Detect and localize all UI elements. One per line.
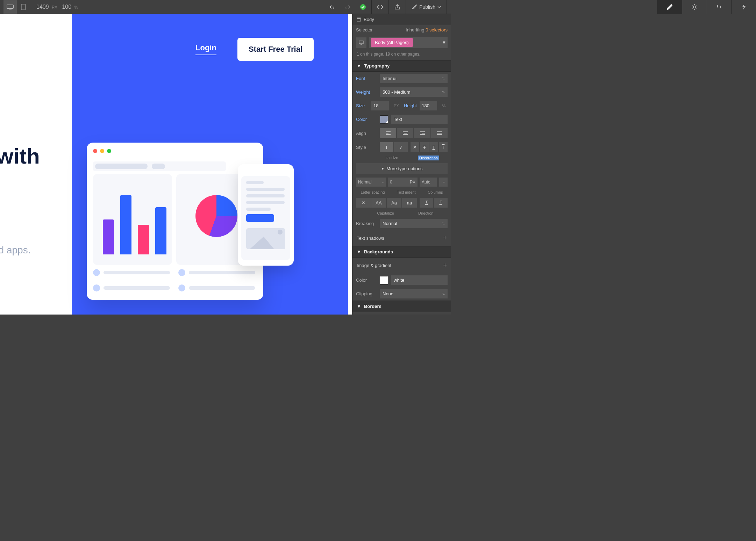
text-shadows-label: Text shadows [357,236,384,241]
italicize-sublabel: Italicize [385,156,398,160]
lowercase-button[interactable]: aa [402,198,417,208]
selector-count-note: 1 on this page, 19 on other pages. [352,50,451,60]
lineheight-input[interactable] [420,101,437,110]
svg-point-3 [23,8,24,9]
size-input[interactable] [371,101,389,110]
weight-label: Weight [356,89,377,95]
align-justify-button[interactable] [431,128,448,138]
capitalize-none-button[interactable]: ✕ [356,198,371,208]
clipping-label: Clipping [356,291,377,296]
selector-type-button[interactable] [356,37,366,48]
login-link[interactable]: Login [195,43,216,55]
svg-point-4 [360,4,366,10]
uppercase-button[interactable]: AA [371,198,386,208]
color-swatch[interactable] [380,115,388,124]
borders-section[interactable]: ▼Borders [352,301,451,312]
publish-button[interactable]: Publish [407,4,446,10]
select-caret-icon: ⇅ [442,90,445,94]
hero-subhead: nd apps. [0,245,30,256]
breaking-label: Breaking [356,221,377,226]
chevron-down-icon: ▼ [357,63,361,68]
phone-illustration [238,164,294,266]
color-label: Color [356,117,377,122]
align-left-button[interactable] [380,128,396,138]
decoration-sublabel: Decoration [418,156,439,160]
selector-label: Selector [356,27,373,33]
columns-input[interactable]: Auto [420,178,437,187]
decoration-none-button[interactable]: ✕ [411,142,419,152]
breaking-select[interactable]: Normal ⇅ [380,219,448,228]
code-button[interactable] [372,0,388,14]
bg-color-swatch[interactable] [380,276,388,284]
svg-rect-8 [359,41,363,44]
window-dots [93,149,111,153]
textindent-input[interactable]: 0PX [388,178,418,187]
align-center-button[interactable] [397,128,413,138]
select-caret-icon: ⇅ [442,77,445,80]
underline-button[interactable]: T [429,142,438,152]
style-panel: Body Selector Inheriting 0 selectors Bod… [352,14,451,315]
add-shadow-button[interactable]: + [443,235,447,242]
strikethrough-button[interactable]: T [420,142,429,152]
color-input[interactable]: Text [391,115,448,124]
status-ok-icon[interactable] [355,0,371,14]
chevron-down-icon: ▼ [442,40,446,45]
align-label: Align [356,131,377,136]
add-bg-image-button[interactable]: + [443,262,447,269]
style-label: Style [356,145,377,150]
backgrounds-section[interactable]: ▼Backgrounds [352,246,451,258]
chevron-down-icon [437,6,441,8]
bg-color-label: Color [356,277,377,283]
svg-rect-9 [361,44,362,45]
hero-headline: with [0,143,40,169]
weight-select[interactable]: 500 - Medium ⇅ [380,87,448,97]
canvas-dimensions: 1409 PX 100 % [36,4,78,10]
font-label: Font [356,76,377,81]
rocket-icon [412,5,417,9]
canvas-zoom[interactable]: 100 [62,4,71,10]
page-body[interactable]: Login Start Free Trial with nd apps. [0,14,352,315]
svg-rect-7 [357,18,361,19]
undo-button[interactable] [324,0,340,14]
size-label: Size [356,103,369,108]
italic-off-button[interactable]: I [380,142,393,152]
more-type-options-toggle[interactable]: ▼ More type options [356,163,448,174]
columns-more-button[interactable]: ⋯ [439,178,448,187]
start-trial-button[interactable]: Start Free Trial [237,38,314,61]
breadcrumb[interactable]: Body [352,14,451,25]
typography-section[interactable]: ▼ Typography [352,60,451,72]
device-desktop-button[interactable] [3,0,17,14]
body-icon [357,17,361,22]
device-tablet-button[interactable] [17,0,30,14]
selector-dropdown[interactable]: Body (All Pages) ▼ [369,37,448,48]
design-canvas[interactable]: Login Start Free Trial with nd apps. [0,14,352,315]
inheriting-link[interactable]: 0 selectors [426,27,448,33]
pie-chart-icon [195,195,237,237]
letterspacing-input[interactable]: Normal- [356,178,386,187]
font-select[interactable]: Inter ui ⇅ [380,74,448,83]
redo-button[interactable] [340,0,355,14]
canvas-width[interactable]: 1409 [36,4,49,10]
align-right-button[interactable] [414,128,430,138]
titlecase-button[interactable]: Aa [387,198,401,208]
dashboard-illustration [87,143,263,300]
clipping-select[interactable]: None⇅ [380,289,448,298]
bg-image-label: Image & gradient [357,263,391,268]
bg-color-input[interactable]: white [391,275,448,285]
top-toolbar: 1409 PX 100 % Publish [0,0,451,14]
export-button[interactable] [390,0,405,14]
overline-button[interactable]: T [439,142,448,152]
screen-icon [359,40,364,45]
direction-rtl-button[interactable] [434,198,448,208]
direction-ltr-button[interactable] [420,198,433,208]
site-nav: Login Start Free Trial [0,38,352,61]
lineheight-label: Height [404,103,417,108]
italic-on-button[interactable]: I [394,142,408,152]
svg-rect-0 [7,5,13,8]
svg-rect-1 [9,9,12,9]
